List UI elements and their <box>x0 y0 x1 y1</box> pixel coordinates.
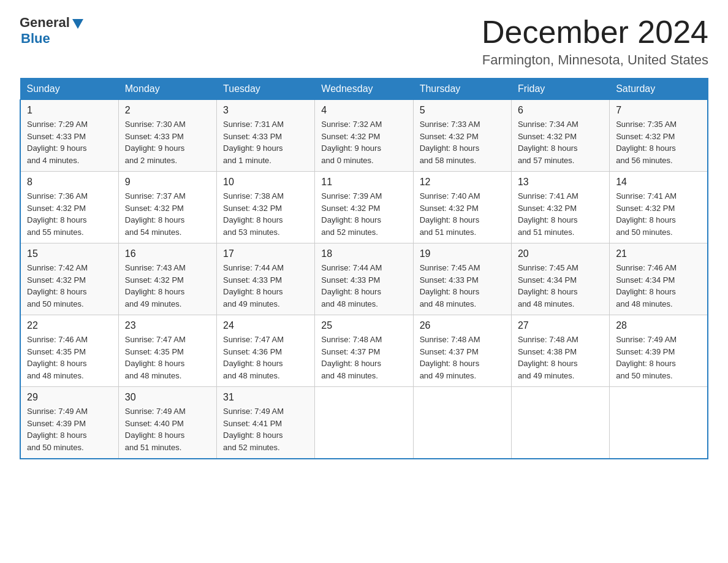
calendar-cell: 19 Sunrise: 7:45 AMSunset: 4:33 PMDaylig… <box>413 243 511 315</box>
day-info: Sunrise: 7:31 AMSunset: 4:33 PMDaylight:… <box>223 118 308 166</box>
calendar-cell: 28 Sunrise: 7:49 AMSunset: 4:39 PMDaylig… <box>610 315 708 387</box>
calendar-week-row: 1 Sunrise: 7:29 AMSunset: 4:33 PMDayligh… <box>20 100 708 172</box>
day-info: Sunrise: 7:48 AMSunset: 4:38 PMDaylight:… <box>518 334 603 381</box>
calendar-header-row: SundayMondayTuesdayWednesdayThursdayFrid… <box>20 79 708 100</box>
day-number: 3 <box>223 105 308 116</box>
day-info: Sunrise: 7:47 AMSunset: 4:36 PMDaylight:… <box>223 334 308 381</box>
day-info: Sunrise: 7:49 AMSunset: 4:39 PMDaylight:… <box>616 334 701 381</box>
day-info: Sunrise: 7:39 AMSunset: 4:32 PMDaylight:… <box>321 190 406 238</box>
calendar-cell: 4 Sunrise: 7:32 AMSunset: 4:32 PMDayligh… <box>315 100 413 172</box>
day-info: Sunrise: 7:36 AMSunset: 4:32 PMDaylight:… <box>27 190 112 238</box>
title-area: December 2024 Farmington, Minnesota, Uni… <box>482 15 708 68</box>
calendar-cell: 12 Sunrise: 7:40 AMSunset: 4:32 PMDaylig… <box>413 172 511 243</box>
day-info: Sunrise: 7:43 AMSunset: 4:32 PMDaylight:… <box>125 262 210 310</box>
day-number: 30 <box>125 392 210 403</box>
day-info: Sunrise: 7:33 AMSunset: 4:32 PMDaylight:… <box>420 118 505 166</box>
calendar-cell: 18 Sunrise: 7:44 AMSunset: 4:33 PMDaylig… <box>315 243 413 315</box>
logo-general-text: General <box>20 15 70 31</box>
calendar-cell: 7 Sunrise: 7:35 AMSunset: 4:32 PMDayligh… <box>610 100 708 172</box>
calendar-cell: 27 Sunrise: 7:48 AMSunset: 4:38 PMDaylig… <box>511 315 609 387</box>
calendar-cell <box>413 387 511 459</box>
day-info: Sunrise: 7:46 AMSunset: 4:34 PMDaylight:… <box>616 262 701 310</box>
day-number: 13 <box>518 177 603 188</box>
col-header-thursday: Thursday <box>413 79 511 100</box>
calendar-cell <box>610 387 708 459</box>
month-title: December 2024 <box>482 15 708 50</box>
day-number: 6 <box>518 105 603 116</box>
day-info: Sunrise: 7:48 AMSunset: 4:37 PMDaylight:… <box>420 334 505 381</box>
day-number: 8 <box>27 177 112 188</box>
day-info: Sunrise: 7:44 AMSunset: 4:33 PMDaylight:… <box>223 262 308 310</box>
col-header-saturday: Saturday <box>610 79 708 100</box>
day-info: Sunrise: 7:47 AMSunset: 4:35 PMDaylight:… <box>125 334 210 381</box>
day-number: 5 <box>420 105 505 116</box>
calendar-week-row: 22 Sunrise: 7:46 AMSunset: 4:35 PMDaylig… <box>20 315 708 387</box>
day-number: 11 <box>321 177 406 188</box>
day-info: Sunrise: 7:40 AMSunset: 4:32 PMDaylight:… <box>420 190 505 238</box>
logo-blue-text: Blue <box>21 31 50 47</box>
day-number: 26 <box>420 320 505 331</box>
calendar-week-row: 15 Sunrise: 7:42 AMSunset: 4:32 PMDaylig… <box>20 243 708 315</box>
day-info: Sunrise: 7:37 AMSunset: 4:32 PMDaylight:… <box>125 190 210 238</box>
day-info: Sunrise: 7:49 AMSunset: 4:41 PMDaylight:… <box>223 405 308 453</box>
calendar-cell: 10 Sunrise: 7:38 AMSunset: 4:32 PMDaylig… <box>217 172 315 243</box>
day-info: Sunrise: 7:49 AMSunset: 4:40 PMDaylight:… <box>125 405 210 453</box>
day-number: 14 <box>616 177 701 188</box>
day-info: Sunrise: 7:45 AMSunset: 4:34 PMDaylight:… <box>518 262 603 310</box>
calendar-cell: 22 Sunrise: 7:46 AMSunset: 4:35 PMDaylig… <box>20 315 118 387</box>
day-number: 15 <box>27 248 112 259</box>
day-number: 9 <box>125 177 210 188</box>
day-number: 16 <box>125 248 210 259</box>
day-number: 4 <box>321 105 406 116</box>
day-info: Sunrise: 7:42 AMSunset: 4:32 PMDaylight:… <box>27 262 112 310</box>
calendar-cell <box>511 387 609 459</box>
day-info: Sunrise: 7:41 AMSunset: 4:32 PMDaylight:… <box>518 190 603 238</box>
calendar-cell: 2 Sunrise: 7:30 AMSunset: 4:33 PMDayligh… <box>118 100 216 172</box>
day-number: 22 <box>27 320 112 331</box>
calendar-cell: 13 Sunrise: 7:41 AMSunset: 4:32 PMDaylig… <box>511 172 609 243</box>
calendar-cell: 16 Sunrise: 7:43 AMSunset: 4:32 PMDaylig… <box>118 243 216 315</box>
day-info: Sunrise: 7:30 AMSunset: 4:33 PMDaylight:… <box>125 118 210 166</box>
col-header-friday: Friday <box>511 79 609 100</box>
day-info: Sunrise: 7:44 AMSunset: 4:33 PMDaylight:… <box>321 262 406 310</box>
col-header-wednesday: Wednesday <box>315 79 413 100</box>
day-number: 31 <box>223 392 308 403</box>
day-number: 10 <box>223 177 308 188</box>
calendar-cell: 29 Sunrise: 7:49 AMSunset: 4:39 PMDaylig… <box>20 387 118 459</box>
day-number: 19 <box>420 248 505 259</box>
calendar-cell: 11 Sunrise: 7:39 AMSunset: 4:32 PMDaylig… <box>315 172 413 243</box>
day-info: Sunrise: 7:29 AMSunset: 4:33 PMDaylight:… <box>27 118 112 166</box>
day-number: 17 <box>223 248 308 259</box>
calendar-table: SundayMondayTuesdayWednesdayThursdayFrid… <box>20 78 708 459</box>
day-number: 1 <box>27 105 112 116</box>
calendar-cell: 8 Sunrise: 7:36 AMSunset: 4:32 PMDayligh… <box>20 172 118 243</box>
day-info: Sunrise: 7:46 AMSunset: 4:35 PMDaylight:… <box>27 334 112 381</box>
calendar-cell: 1 Sunrise: 7:29 AMSunset: 4:33 PMDayligh… <box>20 100 118 172</box>
day-number: 20 <box>518 248 603 259</box>
calendar-cell: 14 Sunrise: 7:41 AMSunset: 4:32 PMDaylig… <box>610 172 708 243</box>
calendar-week-row: 29 Sunrise: 7:49 AMSunset: 4:39 PMDaylig… <box>20 387 708 459</box>
day-number: 29 <box>27 392 112 403</box>
day-number: 28 <box>616 320 701 331</box>
calendar-cell: 23 Sunrise: 7:47 AMSunset: 4:35 PMDaylig… <box>118 315 216 387</box>
day-info: Sunrise: 7:35 AMSunset: 4:32 PMDaylight:… <box>616 118 701 166</box>
day-number: 12 <box>420 177 505 188</box>
calendar-cell: 26 Sunrise: 7:48 AMSunset: 4:37 PMDaylig… <box>413 315 511 387</box>
col-header-tuesday: Tuesday <box>217 79 315 100</box>
calendar-cell: 30 Sunrise: 7:49 AMSunset: 4:40 PMDaylig… <box>118 387 216 459</box>
day-number: 2 <box>125 105 210 116</box>
svg-marker-0 <box>72 19 83 29</box>
day-info: Sunrise: 7:34 AMSunset: 4:32 PMDaylight:… <box>518 118 603 166</box>
day-info: Sunrise: 7:41 AMSunset: 4:32 PMDaylight:… <box>616 190 701 238</box>
calendar-cell: 20 Sunrise: 7:45 AMSunset: 4:34 PMDaylig… <box>511 243 609 315</box>
page-header: General Blue December 2024 Farmington, M… <box>20 15 708 68</box>
calendar-cell: 5 Sunrise: 7:33 AMSunset: 4:32 PMDayligh… <box>413 100 511 172</box>
col-header-monday: Monday <box>118 79 216 100</box>
location-title: Farmington, Minnesota, United States <box>482 52 708 68</box>
calendar-cell: 15 Sunrise: 7:42 AMSunset: 4:32 PMDaylig… <box>20 243 118 315</box>
day-info: Sunrise: 7:49 AMSunset: 4:39 PMDaylight:… <box>27 405 112 453</box>
calendar-cell <box>315 387 413 459</box>
calendar-cell: 31 Sunrise: 7:49 AMSunset: 4:41 PMDaylig… <box>217 387 315 459</box>
calendar-cell: 6 Sunrise: 7:34 AMSunset: 4:32 PMDayligh… <box>511 100 609 172</box>
logo-triangle-icon <box>71 17 85 30</box>
